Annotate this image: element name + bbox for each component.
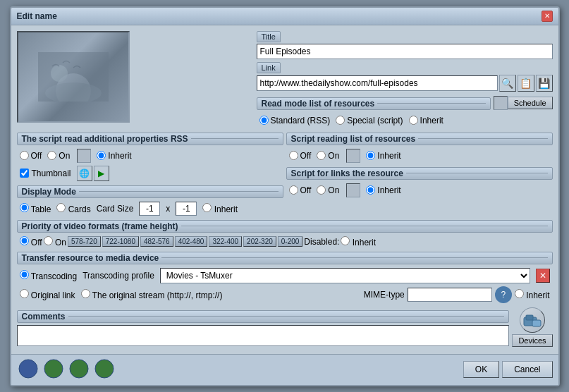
transfer-original-stream[interactable]: The original stream (http://, rtmp://) <box>81 289 223 300</box>
devices-button[interactable]: Devices <box>512 334 552 347</box>
transfer-transcoding[interactable]: Transcoding <box>20 270 78 281</box>
read-mode-special[interactable]: Special (script) <box>336 116 403 125</box>
link-bookmark-button[interactable]: 📋 <box>518 75 534 92</box>
script-reading-on[interactable]: On <box>317 151 339 161</box>
priority-inherit[interactable]: Inherit <box>341 236 376 247</box>
card-size-width[interactable] <box>139 202 160 216</box>
display-mode-header: Display Mode <box>17 185 283 198</box>
script-reading-swatch <box>346 149 360 163</box>
mime-row: MIME-type ? Inherit <box>364 286 550 303</box>
script-additional-off[interactable]: Off <box>20 151 42 161</box>
thumbnail-checkbox[interactable] <box>20 169 29 178</box>
priority-format-0[interactable]: 578-720 <box>68 236 101 247</box>
thumbnail-web-button[interactable]: 🌐 <box>77 166 92 181</box>
script-reading-section: Script reading list of resources Off On … <box>286 130 553 164</box>
edit-dialog: Edit name ✕ <box>10 6 560 386</box>
comments-header: Comments <box>17 310 510 323</box>
display-inherit[interactable]: Inherit <box>202 203 238 214</box>
svg-point-9 <box>70 360 88 378</box>
delete-profile-button[interactable]: ✕ <box>536 269 550 283</box>
transfer-original-row: Original link The original stream (http:… <box>17 285 553 305</box>
script-additional-section: The script read additional properties RS… <box>17 130 283 164</box>
close-button[interactable]: ✕ <box>542 11 553 22</box>
mime-help-button[interactable]: ? <box>495 286 512 303</box>
transfer-transcoding-row: Transcoding Transcoding profile Movies -… <box>17 267 553 285</box>
script-sections: The script read additional properties RS… <box>17 130 553 164</box>
script-links-section: Script for links the resource Off On Inh… <box>286 164 553 217</box>
schedule-button[interactable]: Schedule <box>508 97 553 109</box>
script-additional-inherit[interactable]: Inherit <box>97 151 131 161</box>
link-row: 🔍 📋 💾 <box>257 75 553 92</box>
priority-format-2[interactable]: 482-576 <box>140 236 173 247</box>
svg-point-3 <box>51 65 68 82</box>
display-table[interactable]: Table <box>20 203 51 214</box>
devices-icon-button[interactable] <box>520 307 545 333</box>
script-links-options: Off On Inherit <box>286 182 553 199</box>
script-links-inherit[interactable]: Inherit <box>366 185 400 195</box>
dialog-content: Title Link 🔍 📋 💾 Read mode <box>11 25 558 354</box>
priority-format-3[interactable]: 402-480 <box>175 236 208 247</box>
thumbnail-film-button[interactable]: ▶ <box>94 166 109 181</box>
script-links-off[interactable]: Off <box>289 185 312 195</box>
script-reading-inherit[interactable]: Inherit <box>366 151 400 161</box>
svg-point-7 <box>19 360 37 378</box>
devices-area: Devices <box>512 307 552 347</box>
display-mode-options: Table Cards Card Size x Inherit <box>17 200 283 217</box>
script-reading-options: Off On Inherit <box>286 147 553 164</box>
script-reading-off[interactable]: Off <box>289 151 312 161</box>
svg-rect-6 <box>526 315 533 320</box>
script-links-header: Script for links the resource <box>286 167 553 180</box>
priority-format-1[interactable]: 722-1080 <box>102 236 139 247</box>
script-additional-header: The script read additional properties RS… <box>17 133 283 145</box>
script-additional-on[interactable]: On <box>47 151 70 161</box>
priority-disabled-label: Disabled: <box>304 237 339 247</box>
priority-off[interactable]: Off <box>20 236 42 247</box>
priority-on[interactable]: On <box>44 236 66 247</box>
link-save-button[interactable]: 💾 <box>536 75 553 92</box>
link-group: Link 🔍 📋 💾 <box>257 62 553 92</box>
read-mode-section: Read mode list of resources Schedule <box>257 94 553 112</box>
link-input[interactable] <box>257 75 498 91</box>
dialog-title: Edit name <box>17 11 57 21</box>
nav-prev-button[interactable] <box>42 359 65 381</box>
preview-image <box>17 31 130 123</box>
transfer-inherit[interactable]: Inherit <box>515 289 550 300</box>
ok-button[interactable]: OK <box>463 361 499 378</box>
bottom-toolbar: OK Cancel <box>11 354 558 385</box>
cancel-button[interactable]: Cancel <box>502 361 552 378</box>
card-size-height[interactable] <box>176 202 197 216</box>
read-mode-options: Standard (RSS) Special (script) Inherit <box>257 114 553 127</box>
priority-section: Priority of video formats (frame height)… <box>17 220 553 249</box>
transfer-original[interactable]: Original link <box>20 289 75 300</box>
mime-input[interactable] <box>408 288 492 302</box>
svg-rect-5 <box>532 320 541 326</box>
read-mode-standard[interactable]: Standard (RSS) <box>259 116 331 125</box>
priority-format-5[interactable]: 202-320 <box>243 236 276 247</box>
nav-next-button[interactable] <box>93 359 116 381</box>
svg-point-8 <box>44 360 63 378</box>
link-label: Link <box>257 62 281 73</box>
transcoding-profile-select[interactable]: Movies - TsMuxer <box>160 268 530 283</box>
priority-header: Priority of video formats (frame height) <box>17 220 553 233</box>
script-reading-header: Script reading list of resources <box>286 133 553 145</box>
thumbnail-icon-buttons: 🌐 ▶ <box>77 166 109 181</box>
comments-textarea[interactable] <box>17 325 510 346</box>
priority-options: Off On 578-720 722-1080 482-576 402-480 … <box>17 235 553 249</box>
title-label: Title <box>257 31 281 42</box>
title-bar: Edit name ✕ <box>11 8 558 25</box>
link-search-button[interactable]: 🔍 <box>499 75 516 92</box>
priority-format-4[interactable]: 322-400 <box>209 236 242 247</box>
display-cards[interactable]: Cards <box>56 203 90 214</box>
script-links-swatch <box>346 183 360 197</box>
thumbnail-display-section: Thumbnail 🌐 ▶ Display Mode Table Cards <box>17 164 553 217</box>
comments-section: Comments <box>17 307 510 348</box>
read-mode-swatch <box>494 96 508 110</box>
script-links-on[interactable]: On <box>317 185 339 195</box>
priority-format-6[interactable]: 0-200 <box>278 236 303 247</box>
nav-play-button[interactable] <box>68 359 90 381</box>
title-input[interactable] <box>257 44 553 59</box>
title-group: Title <box>257 31 553 59</box>
display-mode-section: Display Mode Table Cards Card Size x Inh… <box>17 185 283 217</box>
nav-back-button[interactable] <box>17 359 39 381</box>
read-mode-inherit[interactable]: Inherit <box>409 116 443 125</box>
